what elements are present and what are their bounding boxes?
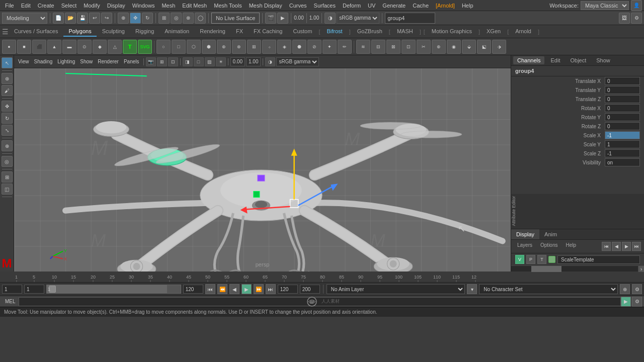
frame-end-input[interactable]	[183, 285, 203, 294]
rotate-btn[interactable]: ↻	[142, 13, 153, 24]
tab-bifrost[interactable]: Bifrost	[321, 27, 347, 37]
tab-mash[interactable]: MASH	[392, 27, 418, 37]
tab-anim[interactable]: Anim	[539, 229, 562, 239]
shelf-connect[interactable]: ⊟	[371, 40, 385, 54]
st-btn-t[interactable]: T	[537, 255, 546, 264]
vp-wire-btn[interactable]: □	[194, 57, 204, 66]
vp-menu-renderer[interactable]: Renderer	[96, 59, 121, 64]
shelf-text[interactable]: T	[123, 40, 137, 54]
vp-shading-btn[interactable]: ◨	[183, 57, 193, 66]
attr-value-translate-y[interactable]: 0	[605, 86, 640, 94]
vp-texture-btn[interactable]: ▨	[205, 57, 215, 66]
playback-end-input[interactable]	[278, 285, 298, 294]
nav-prev-prev[interactable]: ⏮	[602, 242, 611, 251]
vp-light-btn[interactable]: ☀	[216, 57, 226, 66]
shelf-multi-cut[interactable]: ✂	[417, 40, 431, 54]
shelf-target-weld[interactable]: ⊕	[432, 40, 446, 54]
shelf-nurbs-cube[interactable]: □	[172, 40, 186, 54]
menu-windows[interactable]: Windows	[129, 2, 158, 10]
range-slider[interactable]	[47, 285, 167, 293]
nav-prev[interactable]: ◀	[612, 242, 621, 251]
playback-current-input[interactable]	[24, 285, 44, 294]
attr-value-scale-y[interactable]: 1	[605, 140, 640, 148]
shelf-cylinder[interactable]: ⬛	[32, 40, 46, 54]
menu-deform[interactable]: Deform	[340, 2, 364, 10]
char-set-btn2[interactable]: ⚙	[632, 284, 642, 294]
menu-mesh[interactable]: Mesh	[158, 2, 178, 10]
menu-uv[interactable]: UV	[365, 2, 378, 10]
vp-camera-btn[interactable]: 📷	[146, 57, 156, 66]
tab-fx[interactable]: FX	[231, 27, 248, 37]
subtab-options[interactable]: Options	[537, 242, 560, 251]
snap-surface-btn[interactable]: ◯	[195, 13, 206, 24]
soft-select-btn[interactable]: ◎	[2, 156, 13, 167]
goto-end-btn[interactable]: ⏭	[266, 284, 276, 294]
menu-cache[interactable]: Cache	[410, 2, 432, 10]
shelf-offset-edge[interactable]: ⊡	[401, 40, 416, 54]
menu-edit-mesh[interactable]: Edit Mesh	[179, 2, 210, 10]
tab-sculpting[interactable]: Sculpting	[97, 27, 130, 37]
gamma-select[interactable]: sRGB gamma	[337, 13, 379, 24]
shelf-edge-flow[interactable]: ≋	[356, 40, 370, 54]
tab-channels[interactable]: Channels	[513, 56, 544, 64]
attr-value-translate-z[interactable]: 0	[605, 95, 640, 103]
shelf-plane[interactable]: ▬	[62, 40, 76, 54]
scroll-track[interactable]: ›	[511, 265, 644, 272]
tab-arnold[interactable]: Arnold	[510, 27, 536, 37]
tab-menu-icon[interactable]: ☰	[2, 28, 9, 36]
render-view-btn[interactable]: 🖼	[619, 13, 630, 24]
paint-select-btn[interactable]: 🖌	[2, 85, 13, 96]
tab-object[interactable]: Object	[566, 56, 590, 64]
char-set-btn1[interactable]: ⊕	[620, 284, 630, 294]
menu-modify[interactable]: Modify	[80, 2, 103, 10]
tab-motion-graphics[interactable]: Motion Graphics	[427, 27, 477, 37]
st-btn-p[interactable]: P	[526, 255, 535, 264]
shelf-fill-hole[interactable]: ⬦	[262, 40, 276, 54]
rotate-tool-btn[interactable]: ↻	[2, 113, 13, 124]
mel-input[interactable]	[19, 297, 621, 306]
vp-frame-btn[interactable]: ⊡	[168, 57, 178, 66]
subtab-layers[interactable]: Layers	[514, 242, 535, 251]
shelf-pyramid[interactable]: △	[108, 40, 122, 54]
shelf-sphere[interactable]: ●	[2, 40, 16, 54]
vp-gamma-select[interactable]: sRGB gamma	[276, 57, 319, 66]
tab-animation[interactable]: Animation	[159, 27, 194, 37]
menu-file[interactable]: File	[2, 2, 17, 10]
render-settings-icon[interactable]: ⚙	[632, 297, 642, 307]
menu-curves[interactable]: Curves	[286, 2, 310, 10]
shelf-nurbs-sphere[interactable]: ○	[156, 40, 171, 54]
current-frame-input[interactable]	[2, 285, 22, 294]
play-back-btn[interactable]: ◀	[229, 284, 239, 294]
attr-value-rotate-y[interactable]: 0	[605, 113, 640, 121]
scroll-thumb[interactable]	[531, 266, 561, 272]
select-tool-btn[interactable]: ↖	[2, 57, 13, 68]
xray-btn[interactable]: ◫	[2, 184, 13, 195]
shelf-reduce[interactable]: ⬙	[462, 40, 476, 54]
selected-object-input[interactable]	[385, 13, 435, 24]
vp-menu-shading[interactable]: Shading	[32, 59, 55, 64]
menu-surfaces[interactable]: Surfaces	[311, 2, 339, 10]
no-live-surface-btn[interactable]: No Live Surface	[211, 13, 260, 24]
gamma-icon[interactable]: ◑	[325, 13, 336, 24]
render-settings-btn[interactable]: 🎬	[265, 13, 276, 24]
shelf-prism[interactable]: ◆	[93, 40, 107, 54]
menu-generate[interactable]: Generate	[379, 2, 409, 10]
st-btn-v[interactable]: V	[515, 255, 524, 264]
render-play-btn[interactable]: ▶	[621, 297, 631, 307]
step-back-btn[interactable]: ⏪	[217, 284, 227, 294]
scroll-right-btn[interactable]: ›	[638, 266, 644, 272]
attr-value-translate-x[interactable]: 0	[605, 77, 640, 85]
step-forward-btn[interactable]: ⏩	[254, 284, 264, 294]
shelf-crease[interactable]: ◉	[447, 40, 461, 54]
anim-layer-select[interactable]: No Anim Layer	[327, 284, 465, 294]
attr-value-rotate-x[interactable]: 0	[605, 104, 640, 112]
shelf-extrude[interactable]: ⬡	[187, 40, 201, 54]
menu-select[interactable]: Select	[58, 2, 80, 10]
tab-xgen[interactable]: XGen	[481, 27, 506, 37]
tab-display[interactable]: Display	[511, 229, 539, 239]
frame-range-bar[interactable]: 1	[46, 285, 181, 294]
tab-show[interactable]: Show	[592, 56, 614, 64]
render-btn[interactable]: ▶	[277, 13, 288, 24]
tab-gozbrush[interactable]: GoZBrush	[352, 27, 387, 37]
vp-menu-lighting[interactable]: Lighting	[55, 59, 77, 64]
